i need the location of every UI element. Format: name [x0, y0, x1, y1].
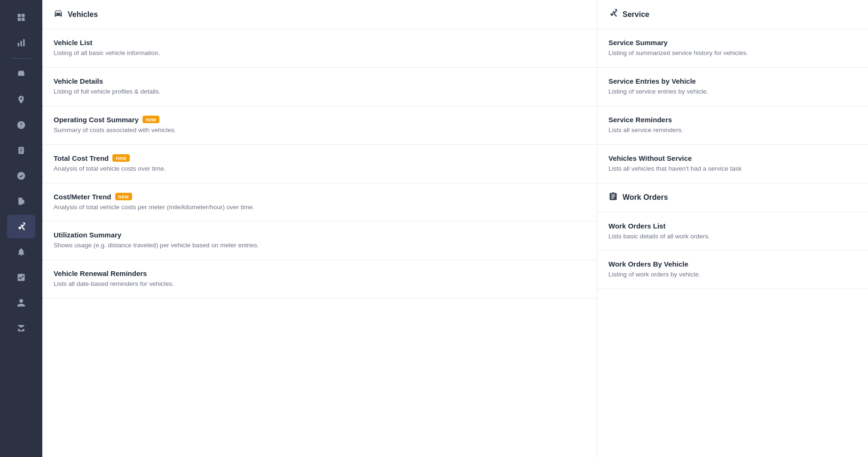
report-desc: Lists basic details of all work orders. — [608, 232, 857, 241]
report-title: Service Entries by Vehicle — [608, 77, 857, 85]
report-desc: Lists all service reminders. — [608, 126, 857, 135]
car-icon — [54, 8, 63, 20]
report-title: Cost/Meter Trendnew — [54, 193, 585, 201]
right-report-item[interactable]: Service SummaryListing of summarized ser… — [597, 29, 868, 68]
right-report2-item[interactable]: Work Orders ListLists basic details of a… — [597, 213, 868, 251]
work-orders-section-header: Work Orders — [597, 183, 868, 213]
left-reports-container: Vehicle ListListing of all basic vehicle… — [42, 29, 597, 299]
report-desc: Lists all date-based reminders for vehic… — [54, 280, 585, 289]
sidebar-item-alerts[interactable] — [7, 113, 35, 137]
sidebar-item-bell[interactable] — [7, 240, 35, 264]
vehicles-section-header: Vehicles — [42, 0, 597, 29]
right-reports2-container: Work Orders ListLists basic details of a… — [597, 213, 868, 290]
report-desc: Analysis of total vehicle costs over tim… — [54, 165, 585, 173]
right-report-item[interactable]: Vehicles Without ServiceLists all vehicl… — [597, 145, 868, 183]
right-panel: Service Service SummaryListing of summar… — [597, 0, 868, 457]
sidebar-item-analytics[interactable] — [7, 31, 35, 55]
report-title: Utilization Summary — [54, 231, 585, 239]
svg-rect-5 — [20, 41, 22, 47]
left-report-item[interactable]: Vehicle DetailsListing of full vehicle p… — [42, 68, 597, 106]
left-report-item[interactable]: Utilization SummaryShows usage (e.g. dis… — [42, 221, 597, 260]
sidebar-item-map[interactable] — [7, 88, 35, 111]
svg-rect-1 — [22, 14, 25, 17]
sidebar-item-vehicles[interactable] — [7, 63, 35, 86]
main-content: Vehicles Vehicle ListListing of all basi… — [42, 0, 868, 457]
work-orders-section-title: Work Orders — [623, 193, 668, 202]
report-title: Work Orders List — [608, 222, 857, 230]
sidebar-item-store[interactable] — [7, 316, 35, 340]
wrench-icon — [608, 8, 618, 20]
report-title: Vehicles Without Service — [608, 154, 857, 162]
left-report-item[interactable]: Cost/Meter TrendnewAnalysis of total veh… — [42, 183, 597, 222]
service-section-header: Service — [597, 0, 868, 29]
right-report-item[interactable]: Service RemindersLists all service remin… — [597, 106, 868, 145]
report-title: Total Cost Trendnew — [54, 154, 585, 162]
svg-rect-4 — [18, 43, 19, 47]
vehicles-section-title: Vehicles — [68, 10, 98, 19]
report-title: Vehicle List — [54, 39, 585, 47]
report-title: Operating Cost Summarynew — [54, 116, 585, 124]
right-report2-item[interactable]: Work Orders By VehicleListing of work or… — [597, 251, 868, 289]
sidebar-item-fuel[interactable] — [7, 189, 35, 213]
right-reports-container: Service SummaryListing of summarized ser… — [597, 29, 868, 183]
report-desc: Listing of work orders by vehicle. — [608, 270, 857, 279]
sidebar-item-check[interactable] — [7, 164, 35, 188]
sidebar-item-user[interactable] — [7, 291, 35, 315]
sidebar-item-tasks[interactable] — [7, 139, 35, 162]
left-report-item[interactable]: Vehicle Renewal RemindersLists all date-… — [42, 260, 597, 299]
report-desc: Listing of all basic vehicle information… — [54, 49, 585, 58]
clipboard-icon — [608, 192, 618, 204]
new-badge: new — [115, 193, 132, 200]
service-section-title: Service — [623, 10, 649, 19]
right-report-item[interactable]: Service Entries by VehicleListing of ser… — [597, 68, 868, 106]
sidebar-divider — [12, 58, 31, 59]
sidebar-item-service[interactable] — [7, 215, 35, 238]
svg-point-9 — [17, 172, 25, 180]
report-desc: Shows usage (e.g. distance traveled) per… — [54, 241, 585, 250]
left-panel: Vehicles Vehicle ListListing of all basi… — [42, 0, 597, 457]
report-title: Vehicle Details — [54, 77, 585, 85]
svg-rect-3 — [22, 18, 25, 21]
report-desc: Listing of summarized service history fo… — [608, 49, 857, 58]
new-badge: new — [112, 154, 129, 162]
report-desc: Listing of service entries by vehicle. — [608, 87, 857, 96]
sidebar-item-dashboard[interactable] — [7, 6, 35, 29]
report-desc: Listing of full vehicle profiles & detai… — [54, 87, 585, 96]
svg-rect-6 — [23, 39, 24, 47]
report-title: Vehicle Renewal Reminders — [54, 269, 585, 277]
left-report-item[interactable]: Vehicle ListListing of all basic vehicle… — [42, 29, 597, 68]
left-report-item[interactable]: Operating Cost SummarynewSummary of cost… — [42, 106, 597, 145]
report-desc: Lists all vehicles that haven't had a se… — [608, 165, 857, 173]
report-title: Service Summary — [608, 39, 857, 47]
report-desc: Summary of costs associated with vehicle… — [54, 126, 585, 135]
sidebar-item-checklist[interactable] — [7, 266, 35, 289]
new-badge: new — [142, 116, 159, 123]
report-title: Service Reminders — [608, 116, 857, 124]
svg-rect-2 — [18, 18, 21, 21]
svg-rect-0 — [18, 14, 21, 17]
report-title: Work Orders By Vehicle — [608, 260, 857, 268]
sidebar — [0, 0, 42, 457]
left-report-item[interactable]: Total Cost TrendnewAnalysis of total veh… — [42, 145, 597, 183]
report-desc: Analysis of total vehicle costs per mete… — [54, 203, 585, 212]
